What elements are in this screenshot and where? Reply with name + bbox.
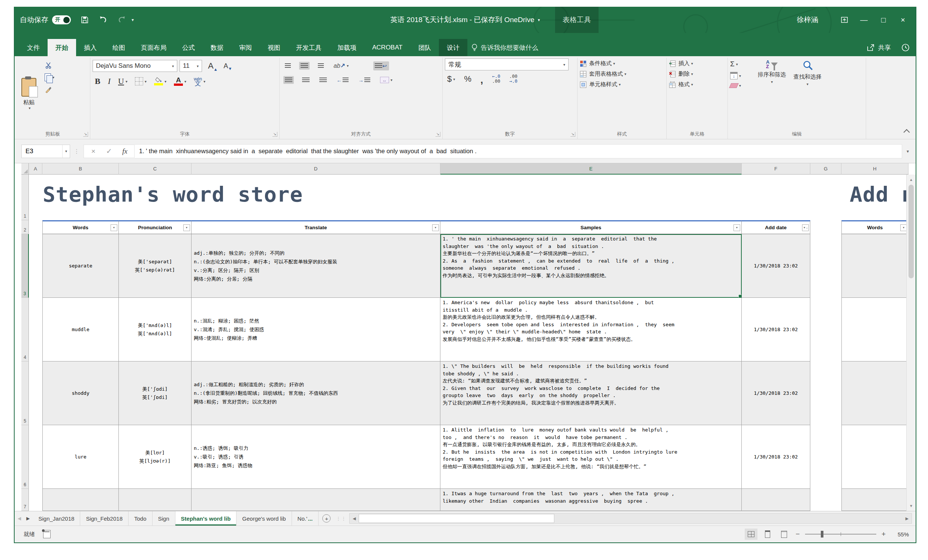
font-size-combo[interactable]: 11 ▾ bbox=[180, 60, 202, 72]
maximize-button[interactable]: □ bbox=[876, 7, 891, 33]
cell-date-lure[interactable]: 1/30/2018 23:02 bbox=[742, 425, 810, 489]
col-header-C[interactable]: C bbox=[119, 163, 192, 175]
clipboard-dialog-launcher[interactable]: ↘ bbox=[83, 132, 88, 137]
header-add-date[interactable]: Add date ▼↓ bbox=[742, 220, 810, 234]
cell-G3[interactable] bbox=[810, 234, 841, 298]
minimize-button[interactable]: — bbox=[856, 7, 872, 33]
tab-加载项[interactable]: 加载项 bbox=[330, 39, 364, 56]
vertical-scrollbar[interactable]: ▲ ▼ bbox=[906, 175, 916, 511]
align-top-button[interactable] bbox=[283, 62, 292, 70]
format-painter-button[interactable] bbox=[44, 86, 54, 93]
horizontal-scrollbar[interactable]: ◀ ▶ bbox=[349, 513, 912, 523]
decrease-decimal-button[interactable]: .00→.0 bbox=[509, 74, 517, 84]
confirm-entry-button[interactable]: ✓ bbox=[101, 147, 117, 155]
cell-samples-lure[interactable]: 1. Alittle inflation to lure money outof… bbox=[440, 425, 742, 489]
cell-date-7[interactable] bbox=[742, 489, 810, 511]
tab-scroll-splitter[interactable]: ⋮⋮ bbox=[334, 511, 348, 525]
sheet-tab-Sign[interactable]: Sign bbox=[153, 511, 176, 525]
filter-icon-words[interactable]: ▼ bbox=[111, 224, 117, 231]
orientation-button[interactable]: ab↗ ▾ bbox=[332, 61, 350, 71]
filter-icon-pronunciation[interactable]: ▼ bbox=[183, 224, 190, 231]
scroll-down-button[interactable]: ▼ bbox=[909, 501, 913, 511]
cell-A5[interactable] bbox=[29, 361, 42, 425]
expand-formula-bar-button[interactable]: ▾ bbox=[902, 149, 913, 154]
formula-input[interactable]: 1. ' the main xinhuanewsagency said in a… bbox=[134, 144, 902, 158]
col-header-F[interactable]: F bbox=[742, 163, 810, 175]
cell-A3[interactable] bbox=[29, 234, 42, 298]
sheet-nav-left-icon[interactable]: ◀ bbox=[18, 516, 21, 521]
redo-button[interactable] bbox=[117, 15, 126, 24]
tab-数据[interactable]: 数据 bbox=[203, 39, 231, 56]
sheet-tab-Sign_Feb2018[interactable]: Sign_Feb2018 bbox=[80, 511, 128, 525]
cell-pron-muddle[interactable]: 美['mʌd(ə)l] 英['mʌd(ə)l] bbox=[119, 298, 192, 361]
new-sheet-button[interactable]: + bbox=[319, 511, 334, 525]
delete-cells-button[interactable]: 删除 ▾ bbox=[669, 70, 725, 78]
hscroll-left-icon[interactable]: ◀ bbox=[350, 514, 359, 523]
tab-插入[interactable]: 插入 bbox=[76, 39, 105, 56]
fill-color-button[interactable]: ▾ bbox=[154, 77, 166, 85]
conditional-format-button[interactable]: 条件格式 ▾ bbox=[580, 60, 664, 67]
cell-G4[interactable] bbox=[810, 298, 841, 361]
cell-date-shoddy[interactable]: 1/30/2018 23:02 bbox=[742, 361, 810, 425]
cell-pron-shoddy[interactable]: 美['ʃɑdi] 英['ʃɒdi] bbox=[119, 361, 192, 425]
tab-绘图[interactable]: 绘图 bbox=[105, 39, 133, 56]
cut-button[interactable] bbox=[44, 61, 54, 69]
cell-translate-separate[interactable]: adj.:单独的; 独立的; 分开的; 不同的 n.:(杂志论文的)抽印本; 单… bbox=[192, 234, 440, 298]
cell-word-separate[interactable]: separate bbox=[42, 234, 119, 298]
tab-团队[interactable]: 团队 bbox=[411, 39, 439, 56]
number-format-combo[interactable]: 常规 ▾ bbox=[445, 58, 569, 70]
row-header-1[interactable]: 1 bbox=[21, 175, 29, 220]
fill-button[interactable]: ↓ ▾ bbox=[730, 72, 754, 79]
header-pronunciation[interactable]: Pronunciation ▼ bbox=[119, 220, 192, 234]
row-header-4[interactable]: 4 bbox=[21, 298, 29, 361]
number-dialog-launcher[interactable]: ↘ bbox=[571, 132, 575, 137]
sort-filter-icon-add-date[interactable]: ▼↓ bbox=[802, 224, 809, 231]
sheet-nav-right-icon[interactable]: ▶ bbox=[26, 516, 30, 521]
font-color-button[interactable]: A ▾ bbox=[174, 77, 186, 86]
cell-word-lure[interactable]: lure bbox=[42, 425, 119, 489]
cell-translate-muddle[interactable]: n.:混乱; 糊涂; 困惑; 茫然 v.:混淆; 弄乱; 搅混; 使困惑 网络:… bbox=[192, 298, 440, 361]
formula-bar-splitter[interactable]: ⋮ bbox=[74, 148, 80, 155]
normal-view-button[interactable] bbox=[745, 528, 757, 540]
increase-decimal-button[interactable]: ←.0.00 bbox=[492, 74, 501, 84]
copy-button[interactable]: ▾ bbox=[44, 73, 54, 81]
italic-button[interactable]: I bbox=[108, 76, 111, 86]
insert-cells-button[interactable]: 插入 ▾ bbox=[669, 60, 725, 67]
share-button[interactable]: 共享 bbox=[866, 43, 891, 52]
header-words[interactable]: Words ▼ bbox=[42, 220, 119, 234]
horizontal-scroll-thumb[interactable] bbox=[359, 514, 554, 523]
tell-me[interactable]: 告诉我你想要做什么 bbox=[471, 39, 538, 56]
col-header-B[interactable]: B bbox=[42, 163, 119, 175]
cell-word-muddle[interactable]: muddle bbox=[42, 298, 119, 361]
tab-公式[interactable]: 公式 bbox=[174, 39, 203, 56]
phonetic-guide-button[interactable]: wén 文 ▾ bbox=[194, 77, 205, 86]
ribbon-display-button[interactable] bbox=[837, 7, 852, 33]
cell-translate-lure[interactable]: n.:诱惑; 诱饵; 吸引力 v.:吸引; 诱惑; 引诱 网络:路亚; 鱼饵; … bbox=[192, 425, 440, 489]
row-header-2[interactable]: 2 bbox=[21, 220, 29, 234]
col-header-H[interactable]: H bbox=[841, 163, 908, 175]
merge-center-button[interactable]: ↔ ▾ bbox=[379, 75, 394, 85]
sheet-tab-overflow[interactable]: No.' ... bbox=[292, 511, 319, 525]
select-all-corner[interactable] bbox=[21, 163, 29, 175]
cell-A4[interactable] bbox=[29, 298, 42, 361]
cell-G6[interactable] bbox=[810, 425, 841, 489]
tab-页面布局[interactable]: 页面布局 bbox=[133, 39, 174, 56]
clear-button[interactable]: ▾ bbox=[730, 83, 754, 88]
cell-styles-button[interactable]: 单元格样式 ▾ bbox=[580, 81, 664, 88]
autosave-toggle[interactable]: 开 bbox=[52, 15, 71, 24]
cell-pron-7[interactable] bbox=[119, 489, 192, 511]
borders-button[interactable]: ▾ bbox=[135, 77, 147, 85]
quick-access-dropdown[interactable]: ▾ bbox=[131, 17, 134, 23]
align-center-button[interactable] bbox=[301, 76, 311, 84]
currency-button[interactable]: $▾ bbox=[447, 74, 455, 84]
sheet-tab-Stephan's word lib[interactable]: Stephan's word lib bbox=[176, 511, 237, 525]
cell-samples-muddle[interactable]: 1. America's new dollar policy maybe les… bbox=[440, 298, 742, 361]
save-button[interactable] bbox=[81, 16, 89, 24]
undo-button[interactable] bbox=[99, 15, 108, 24]
percent-button[interactable]: % bbox=[464, 74, 472, 84]
page-layout-view-button[interactable] bbox=[761, 528, 774, 540]
format-cells-button[interactable]: 格式 ▾ bbox=[669, 81, 725, 88]
cell-pron-separate[interactable]: 美['sepərət] 英['sep(ə)rət] bbox=[119, 234, 192, 298]
sheet-tab-Sign_Jan2018[interactable]: Sign_Jan2018 bbox=[33, 511, 80, 525]
underline-button[interactable]: U ▾ bbox=[118, 76, 127, 86]
